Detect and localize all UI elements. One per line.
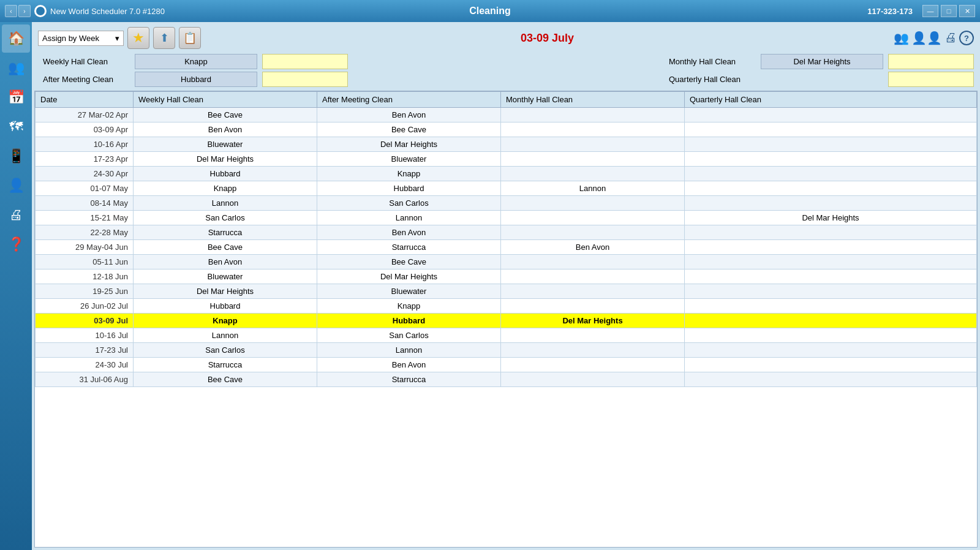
- titlebar-right: 117-323-173 — □ ✕: [652, 5, 975, 17]
- app-title: New World Scheduler 7.0 #1280: [50, 7, 165, 16]
- app-icon: [34, 5, 47, 17]
- nav-forward-button[interactable]: ›: [18, 5, 31, 17]
- minimize-button[interactable]: —: [922, 5, 938, 17]
- titlebar-left: ‹ › New World Scheduler 7.0 #1280: [5, 5, 328, 17]
- titlebar-center-title: Cleaning: [328, 6, 652, 17]
- center-title-text: Cleaning: [469, 6, 511, 16]
- nav-back-button[interactable]: ‹: [5, 5, 17, 17]
- titlebar: ‹ › New World Scheduler 7.0 #1280 Cleani…: [0, 0, 980, 22]
- maximize-button[interactable]: □: [941, 5, 957, 17]
- window-controls: — □ ✕: [922, 5, 975, 17]
- id-label: 117-323-173: [867, 7, 913, 16]
- nav-buttons: ‹ ›: [5, 5, 31, 17]
- close-button[interactable]: ✕: [959, 5, 975, 17]
